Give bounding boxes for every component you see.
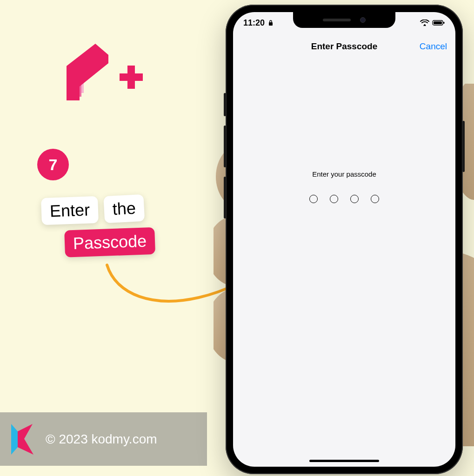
passcode-dot bbox=[350, 195, 359, 203]
passcode-dot bbox=[309, 195, 318, 203]
passcode-prompt: Enter your passcode bbox=[233, 170, 455, 178]
home-indicator[interactable] bbox=[309, 460, 379, 462]
status-bar: 11:20 bbox=[233, 16, 455, 30]
kodmy-logo bbox=[8, 423, 36, 456]
chip-word-1: Enter bbox=[41, 196, 99, 225]
step-number: 7 bbox=[49, 156, 58, 174]
footer-bar: © 2023 kodmy.com bbox=[0, 412, 207, 466]
volume-up-button bbox=[224, 126, 226, 167]
phone-screen: 11:20 Enter Passcode Canc bbox=[233, 12, 455, 467]
status-time: 11:20 bbox=[243, 18, 265, 28]
app-logo bbox=[58, 37, 147, 112]
phone-frame: 11:20 Enter Passcode Canc bbox=[226, 5, 463, 474]
svg-rect-10 bbox=[434, 21, 442, 24]
svg-rect-7 bbox=[269, 22, 273, 26]
nav-title: Enter Passcode bbox=[311, 41, 378, 52]
volume-down-button bbox=[224, 177, 226, 218]
passcode-dots[interactable] bbox=[233, 195, 455, 203]
svg-rect-11 bbox=[443, 22, 445, 24]
power-button bbox=[462, 121, 465, 172]
step-badge: 7 bbox=[37, 149, 69, 180]
chip-word-2: the bbox=[103, 194, 145, 223]
wifi-icon bbox=[420, 20, 429, 26]
lock-icon bbox=[267, 20, 274, 26]
svg-point-8 bbox=[424, 24, 425, 26]
cancel-button[interactable]: Cancel bbox=[420, 41, 447, 52]
chip-word-3: Passcode bbox=[64, 227, 155, 258]
passcode-area: Enter your passcode bbox=[233, 170, 455, 203]
instruction-chips: Enter the Passcode bbox=[40, 195, 188, 257]
mute-switch bbox=[224, 93, 226, 116]
svg-rect-6 bbox=[127, 66, 135, 89]
passcode-dot bbox=[330, 195, 338, 203]
battery-icon bbox=[432, 20, 445, 26]
copyright-text: © 2023 kodmy.com bbox=[46, 432, 157, 447]
nav-bar: Enter Passcode Cancel bbox=[233, 34, 455, 59]
passcode-dot bbox=[371, 195, 379, 203]
